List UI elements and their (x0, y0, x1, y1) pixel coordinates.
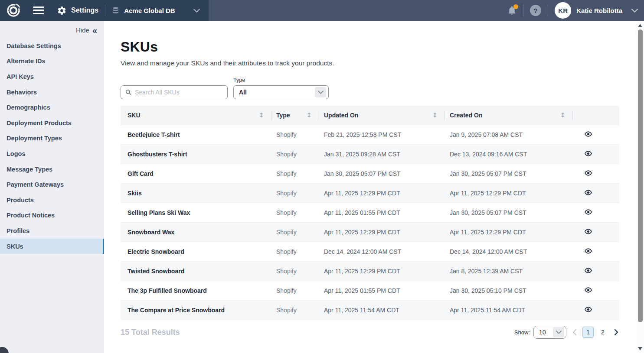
sidebar-item-logos[interactable]: Logos (0, 146, 104, 162)
type-cell: Shopify (271, 268, 319, 275)
page-size-select[interactable]: 10 (533, 326, 566, 339)
sku-cell[interactable]: Snowboard Wax (121, 229, 271, 236)
view-sku-button[interactable] (585, 170, 592, 177)
sku-cell[interactable]: Electric Snowboard (121, 248, 271, 255)
sku-cell[interactable]: Gift Card (121, 170, 271, 177)
chevron-down-icon (193, 9, 200, 13)
table-row: The 3p Fulfilled SnowboardShopifyApr 11,… (121, 281, 619, 301)
actions-cell (572, 268, 619, 275)
column-header-sku[interactable]: SKU↕ (121, 106, 271, 125)
page-button-1[interactable]: 1 (582, 327, 594, 338)
column-header-updated-on[interactable]: Updated On↕ (319, 106, 445, 125)
type-filter-select[interactable]: All (233, 85, 329, 99)
eye-icon (585, 170, 592, 177)
column-header-type[interactable]: Type↕ (271, 106, 319, 125)
search-input[interactable] (135, 89, 223, 96)
view-sku-button[interactable] (585, 248, 592, 255)
scroll-up-arrow[interactable] (638, 24, 642, 27)
skus-table: SKU↕Type↕Updated On↕Created On↕ Beetleju… (121, 106, 619, 320)
eye-icon (585, 248, 592, 255)
column-label: Type (276, 112, 290, 119)
sidebar-item-products[interactable]: Products (0, 192, 104, 208)
sort-icon[interactable]: ↕ (306, 111, 312, 119)
column-label: Created On (450, 112, 482, 119)
view-sku-button[interactable] (585, 307, 592, 314)
updated-on-cell: Apr 11, 2025 01:55 PM CDT (319, 209, 445, 216)
sku-cell[interactable]: Selling Plans Ski Wax (121, 209, 271, 216)
vertical-scrollbar[interactable] (637, 21, 644, 353)
created-on-cell: Jan 30, 2025 05:10 PM CST (445, 287, 572, 294)
user-avatar[interactable]: KR (555, 2, 571, 19)
search-box[interactable] (121, 85, 228, 99)
sort-icon[interactable]: ↕ (560, 111, 566, 119)
eye-icon (585, 307, 592, 314)
created-on-cell: Jan 9, 2025 07:08 AM CST (445, 131, 572, 138)
table-row: Electric SnowboardShopifyDec 14, 2024 12… (121, 242, 619, 262)
column-label: Updated On (324, 112, 358, 119)
sku-cell[interactable]: Twisted Snowboard (121, 268, 271, 275)
type-cell: Shopify (271, 209, 319, 216)
view-sku-button[interactable] (585, 131, 592, 138)
page-numbers: 12 (582, 327, 608, 338)
updated-on-cell: Apr 11, 2025 12:29 PM CDT (319, 268, 445, 275)
sort-icon[interactable]: ↕ (258, 111, 264, 119)
type-cell: Shopify (271, 170, 319, 177)
updated-on-cell: Apr 11, 2025 12:29 PM CDT (319, 190, 445, 197)
eye-icon (585, 131, 592, 138)
sku-cell[interactable]: Skiis (121, 190, 271, 197)
view-sku-button[interactable] (585, 209, 592, 216)
sku-cell[interactable]: The 3p Fulfilled Snowboard (121, 287, 271, 294)
table-body: Beetlejuice T-shirtShopifyFeb 21, 2025 1… (121, 125, 619, 320)
sku-cell[interactable]: The Compare at Price Snowboard (121, 307, 271, 314)
view-sku-button[interactable] (585, 268, 592, 275)
sidebar-item-demographics[interactable]: Demographics (0, 100, 104, 115)
sidebar-item-api-keys[interactable]: API Keys (0, 69, 104, 84)
sidebar-item-deployment-products[interactable]: Deployment Products (0, 115, 104, 131)
sidebar-item-deployment-types[interactable]: Deployment Types (0, 131, 104, 146)
previous-page-button[interactable] (572, 328, 577, 336)
column-header-created-on[interactable]: Created On↕ (445, 106, 572, 125)
hide-sidebar-button[interactable]: Hide « (0, 21, 104, 38)
settings-label: Settings (71, 6, 98, 14)
actions-cell (572, 131, 619, 138)
scrollbar-thumb[interactable] (638, 29, 643, 322)
created-on-cell: Apr 11, 2025 12:29 PM CDT (445, 229, 572, 236)
column-header-actions (572, 106, 619, 125)
sidebar-item-alternate-ids[interactable]: Alternate IDs (0, 54, 104, 69)
sidebar-item-product-notices[interactable]: Product Notices (0, 208, 104, 223)
help-icon[interactable]: ? (530, 5, 541, 16)
database-selector[interactable]: Acme Global DB (105, 0, 209, 21)
view-sku-button[interactable] (585, 287, 592, 294)
sidebar-nav: Database SettingsAlternate IDsAPI KeysBe… (0, 38, 104, 254)
sidebar-item-profiles[interactable]: Profiles (0, 223, 104, 239)
sidebar-item-message-types[interactable]: Message Types (0, 162, 104, 177)
created-on-cell: Apr 11, 2025 11:54 AM CDT (445, 307, 572, 314)
view-sku-button[interactable] (585, 151, 592, 158)
actions-cell (572, 151, 619, 158)
page-subtitle: View and manage your SKUs and their attr… (121, 59, 619, 67)
eye-icon (585, 229, 592, 236)
sort-icon[interactable]: ↕ (432, 111, 438, 119)
sidebar-item-payment-gateways[interactable]: Payment Gateways (0, 177, 104, 192)
topbar-divider (523, 4, 523, 16)
scroll-down-arrow[interactable] (638, 347, 642, 350)
notifications-bell-icon[interactable] (507, 6, 517, 16)
hamburger-menu-icon[interactable] (33, 6, 44, 15)
page-button-2[interactable]: 2 (597, 327, 608, 338)
page-size-value: 10 (539, 329, 546, 336)
next-page-button[interactable] (614, 328, 619, 336)
settings-nav-entry[interactable]: Settings (57, 6, 98, 16)
user-menu-chevron-down-icon[interactable] (631, 9, 638, 13)
sidebar-item-database-settings[interactable]: Database Settings (0, 38, 104, 54)
actions-cell (572, 229, 619, 236)
sku-cell[interactable]: Beetlejuice T-shirt (121, 131, 271, 138)
app-logo-icon[interactable] (6, 3, 21, 18)
sidebar-item-skus[interactable]: SKUs (0, 239, 104, 254)
total-results: 15 Total Results (121, 328, 180, 337)
database-name: Acme Global DB (124, 7, 189, 14)
type-cell: Shopify (271, 131, 319, 138)
view-sku-button[interactable] (585, 229, 592, 236)
sidebar-item-behaviors[interactable]: Behaviors (0, 84, 104, 100)
sku-cell[interactable]: Ghostbusters T-shirt (121, 151, 271, 158)
view-sku-button[interactable] (585, 190, 592, 197)
